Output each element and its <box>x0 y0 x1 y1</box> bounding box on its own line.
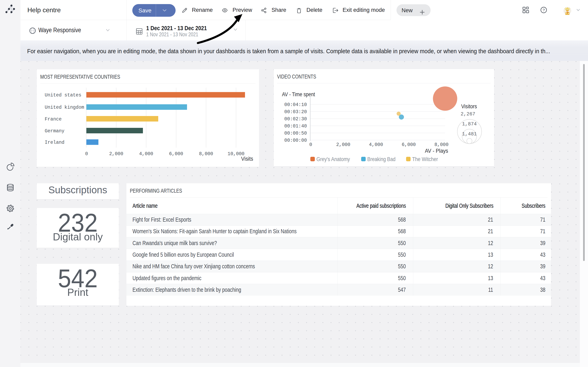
svg-text:8,000: 8,000 <box>199 151 213 157</box>
svg-text:1,874: 1,874 <box>462 121 477 127</box>
svg-text:Ireland: Ireland <box>45 140 65 145</box>
svg-text:8,000: 8,000 <box>434 142 449 147</box>
svg-text:Visitors: Visitors <box>461 103 477 109</box>
svg-text:1,481: 1,481 <box>462 131 477 137</box>
svg-text:2,267: 2,267 <box>461 111 475 117</box>
svg-text:2,000: 2,000 <box>109 151 123 157</box>
svg-text:United kingdom: United kingdom <box>45 105 84 110</box>
svg-text:00:00:00: 00:00:00 <box>285 138 307 143</box>
svg-text:00:04:10: 00:04:10 <box>285 102 307 108</box>
svg-text:0: 0 <box>309 142 312 147</box>
svg-text:4,000: 4,000 <box>369 142 383 147</box>
svg-text:AV - Plays: AV - Plays <box>425 148 448 154</box>
svg-text:00:02:30: 00:02:30 <box>285 117 307 122</box>
svg-text:Breaking Bad: Breaking Bad <box>367 156 396 162</box>
svg-text:6,000: 6,000 <box>169 151 183 157</box>
svg-text:2,000: 2,000 <box>336 142 350 147</box>
svg-text:France: France <box>45 117 62 122</box>
svg-text:The Witcher: The Witcher <box>412 156 438 162</box>
svg-text:Visits: Visits <box>241 156 253 162</box>
svg-text:0: 0 <box>85 151 88 157</box>
svg-text:00:03:20: 00:03:20 <box>285 109 307 115</box>
svg-text:Grey's Anatomy: Grey's Anatomy <box>316 156 350 162</box>
svg-text:United states: United states <box>45 92 81 98</box>
svg-text:?: ? <box>543 8 545 12</box>
svg-text:00:00:50: 00:00:50 <box>285 131 307 136</box>
svg-text:6,000: 6,000 <box>402 142 416 147</box>
svg-text:4,000: 4,000 <box>139 151 153 157</box>
svg-text:Germany: Germany <box>45 128 65 134</box>
svg-text:00:01:40: 00:01:40 <box>285 124 307 129</box>
